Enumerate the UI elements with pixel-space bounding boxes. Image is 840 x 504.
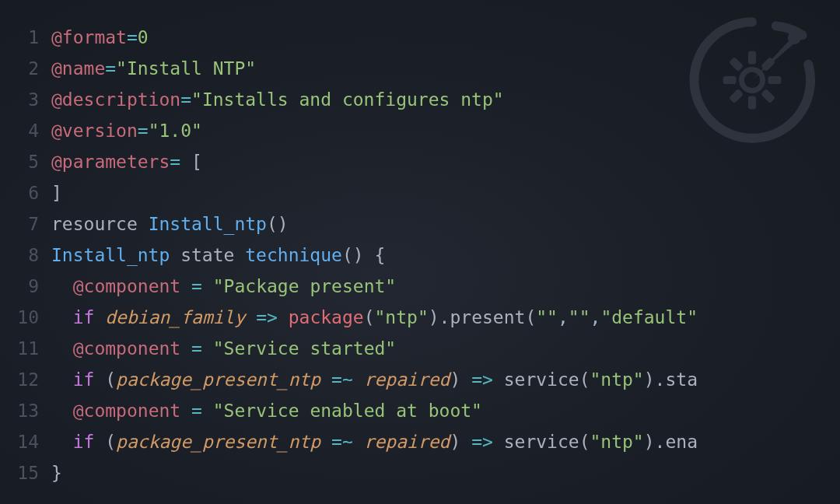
- token-str: "ntp": [590, 432, 643, 452]
- token-eq: =: [105, 58, 116, 79]
- code-editor[interactable]: 1@format=02@name="Install NTP"3@descript…: [0, 22, 840, 488]
- token-at: @description: [51, 89, 180, 110]
- token-txt: ).: [644, 369, 666, 390]
- token-txt: ): [450, 432, 471, 452]
- token-txt: (: [525, 307, 536, 327]
- code-content[interactable]: @name="Install NTP": [51, 53, 840, 84]
- token-txt: [180, 401, 191, 421]
- token-txt: [180, 276, 191, 296]
- line-number: 8: [0, 240, 51, 271]
- token-txt: (: [94, 369, 116, 390]
- token-at: @parameters: [51, 152, 170, 172]
- code-content[interactable]: @component = "Package present": [51, 271, 840, 302]
- token-def: Install_ntp: [51, 245, 170, 265]
- token-eq: =: [191, 338, 202, 359]
- token-txt: (: [364, 307, 375, 327]
- token-kw: if: [73, 432, 95, 452]
- token-str: "": [536, 307, 558, 327]
- token-eq: =: [191, 401, 202, 421]
- token-eq: =: [170, 152, 180, 172]
- token-txt: [353, 369, 364, 390]
- code-line[interactable]: 9 @component = "Package present": [0, 271, 840, 302]
- line-number: 2: [0, 53, 51, 84]
- code-line[interactable]: 1@format=0: [0, 22, 840, 53]
- token-txt: [353, 432, 364, 452]
- token-txt: (: [579, 432, 590, 452]
- code-content[interactable]: @component = "Service enabled at boot": [51, 395, 840, 426]
- token-str: "ntp": [590, 369, 643, 390]
- code-line[interactable]: 13 @component = "Service enabled at boot…: [0, 395, 840, 426]
- token-call: sta: [665, 369, 698, 390]
- code-content[interactable]: ]: [51, 177, 840, 208]
- token-str: "Package present": [213, 276, 396, 296]
- code-content[interactable]: @description="Installs and configures nt…: [51, 84, 840, 115]
- token-eq: =~: [331, 432, 353, 452]
- token-kw: if: [73, 307, 95, 327]
- token-txt: [493, 432, 504, 452]
- code-line[interactable]: 3@description="Installs and configures n…: [0, 84, 840, 115]
- code-line[interactable]: 2@name="Install NTP": [0, 53, 840, 84]
- token-txt: ): [450, 369, 471, 390]
- token-at: @component: [73, 276, 180, 296]
- code-content[interactable]: resource Install_ntp(): [51, 208, 840, 240]
- code-content[interactable]: Install_ntp state technique() {: [51, 240, 840, 271]
- code-content[interactable]: if (package_present_ntp =~ repaired) => …: [51, 364, 840, 395]
- token-txt: [94, 307, 105, 327]
- code-line[interactable]: 10 if debian_family => package("ntp").pr…: [0, 302, 840, 333]
- token-str: "Service started": [213, 338, 396, 359]
- token-id: package_present_ntp: [116, 369, 320, 390]
- token-at: @name: [51, 58, 105, 79]
- code-line[interactable]: 4@version="1.0": [0, 115, 840, 146]
- line-number: 12: [0, 364, 51, 395]
- token-at: @format: [51, 27, 127, 47]
- code-content[interactable]: if (package_present_ntp =~ repaired) => …: [51, 426, 840, 457]
- token-def: technique: [245, 245, 342, 265]
- token-txt: [202, 338, 213, 359]
- token-eq: =>: [471, 369, 493, 390]
- token-fn: package: [289, 307, 364, 327]
- token-txt: (: [94, 432, 116, 452]
- token-str: "ntp": [375, 307, 429, 327]
- token-def: Install_ntp: [149, 214, 267, 234]
- token-txt: state: [170, 245, 245, 265]
- token-txt: [: [180, 152, 202, 172]
- token-at: @component: [73, 401, 180, 421]
- token-str: "1.0": [149, 121, 202, 141]
- token-eq: =: [138, 121, 149, 141]
- code-content[interactable]: @parameters= [: [51, 146, 840, 177]
- code-content[interactable]: @format=0: [51, 22, 840, 53]
- code-line[interactable]: 5@parameters= [: [0, 146, 840, 177]
- code-line[interactable]: 6]: [0, 177, 840, 208]
- token-txt: [278, 307, 289, 327]
- line-number: 15: [0, 457, 51, 488]
- line-number: 5: [0, 146, 51, 177]
- code-line[interactable]: 15}: [0, 457, 840, 488]
- code-line[interactable]: 12 if (package_present_ntp =~ repaired) …: [0, 364, 840, 395]
- token-txt: [245, 307, 256, 327]
- token-eq: =: [180, 89, 191, 110]
- code-line[interactable]: 14 if (package_present_ntp =~ repaired) …: [0, 426, 840, 457]
- token-txt: [180, 338, 191, 359]
- token-str: 0: [138, 27, 149, 47]
- code-line[interactable]: 11 @component = "Service started": [0, 333, 840, 364]
- code-content[interactable]: if debian_family => package("ntp").prese…: [51, 302, 840, 333]
- code-content[interactable]: }: [51, 457, 840, 488]
- token-txt: () {: [342, 245, 385, 265]
- token-kw: if: [73, 369, 95, 390]
- token-txt: [202, 276, 213, 296]
- code-content[interactable]: @version="1.0": [51, 115, 840, 146]
- line-number: 9: [0, 271, 51, 302]
- line-number: 1: [0, 22, 51, 53]
- token-str: "Installs and configures ntp": [191, 89, 504, 110]
- token-call: present: [450, 307, 525, 327]
- code-line[interactable]: 7resource Install_ntp(): [0, 208, 840, 240]
- code-line[interactable]: 8Install_ntp state technique() {: [0, 240, 840, 271]
- token-txt: [320, 369, 331, 390]
- token-txt: ).: [644, 432, 666, 452]
- token-eq: =: [191, 276, 202, 296]
- token-txt: (): [267, 214, 289, 234]
- token-id: repaired: [364, 432, 450, 452]
- code-content[interactable]: @component = "Service started": [51, 333, 840, 364]
- line-number: 14: [0, 426, 51, 457]
- line-number: 10: [0, 302, 51, 333]
